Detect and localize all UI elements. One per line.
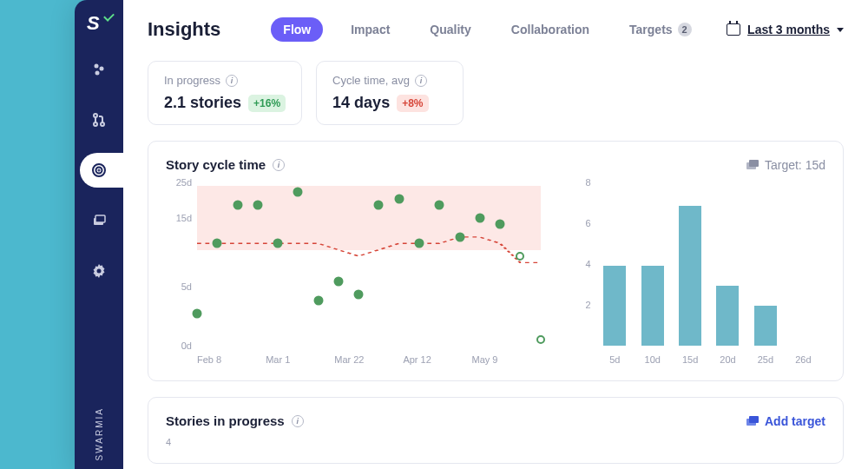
bar-plot-area	[596, 186, 822, 346]
svg-rect-10	[95, 215, 105, 222]
nav-people-icon[interactable]	[82, 52, 116, 87]
nav-settings-icon[interactable]	[82, 254, 116, 288]
info-icon[interactable]: i	[292, 415, 304, 427]
tab-impact[interactable]: Impact	[339, 17, 402, 42]
kpi-in-progress[interactable]: In progress i 2.1 stories +16%	[148, 61, 302, 125]
svg-point-4	[94, 122, 97, 126]
page-header: Insights Flow Impact Quality Collaborati…	[148, 17, 844, 42]
info-icon[interactable]: i	[226, 75, 238, 87]
chart-cycle-time-scatter[interactable]: 25d15d5d0d Feb 8Mar 1Mar 22Apr 12May 9	[166, 182, 544, 365]
info-icon[interactable]: i	[415, 75, 427, 87]
kpi-label: Cycle time, avg i	[332, 74, 447, 87]
kpi-label: In progress i	[164, 74, 286, 87]
kpi-value: 2.1 stories	[164, 94, 241, 112]
y-axis-bar: 8642	[565, 182, 591, 346]
target-indicator[interactable]: Target: 15d	[746, 158, 825, 172]
chevron-down-icon	[837, 28, 844, 32]
panel-title: Stories in progress i	[166, 413, 304, 428]
svg-point-5	[101, 122, 104, 126]
target-stack-icon	[746, 159, 760, 171]
targets-count-badge: 2	[678, 23, 692, 36]
svg-rect-16	[749, 416, 759, 423]
scatter-plot-area	[197, 186, 541, 346]
nav-pull-requests-icon[interactable]	[82, 102, 116, 137]
svg-point-0	[95, 64, 99, 69]
logo-icon: S	[87, 12, 111, 36]
kpi-delta: +16%	[248, 95, 286, 112]
calendar-icon	[727, 23, 740, 36]
svg-point-8	[99, 170, 100, 171]
tab-quality[interactable]: Quality	[418, 17, 483, 42]
svg-point-3	[94, 114, 97, 117]
svg-point-2	[95, 71, 100, 76]
svg-rect-14	[749, 160, 759, 167]
panel-story-cycle-time: Story cycle time i Target: 15d 25d15d5d0…	[148, 141, 844, 381]
svg-point-1	[100, 67, 104, 71]
target-stack-icon	[746, 415, 760, 427]
info-icon[interactable]: i	[273, 159, 285, 171]
tab-flow[interactable]: Flow	[271, 17, 323, 42]
sidebar: S SWARMIA	[75, 0, 123, 469]
kpi-cycle-time[interactable]: Cycle time, avg i 14 days +8%	[316, 61, 464, 125]
x-axis-scatter: Feb 8Mar 1Mar 22Apr 12May 9	[197, 354, 541, 365]
nav-insights-icon[interactable]	[80, 153, 128, 188]
add-target-button[interactable]: Add target	[746, 414, 825, 428]
svg-point-12	[97, 269, 102, 274]
page-title: Insights	[148, 18, 220, 41]
kpi-delta: +8%	[397, 95, 428, 112]
y-axis-scatter: 25d15d5d0d	[166, 182, 192, 346]
tab-targets[interactable]: Targets 2	[617, 17, 704, 42]
panel-title: Story cycle time i	[166, 157, 285, 172]
kpi-cards: In progress i 2.1 stories +16% Cycle tim…	[148, 61, 844, 125]
x-axis-bar: 5d10d15d20d25d26d	[596, 354, 822, 365]
chart-cycle-time-histogram[interactable]: 8642 5d10d15d20d25d26d	[565, 182, 825, 365]
tab-collaboration[interactable]: Collaboration	[499, 17, 602, 42]
y-tick-preview: 4	[166, 437, 825, 447]
kpi-value: 14 days	[332, 94, 390, 112]
tab-bar: Flow Impact Quality Collaboration Target…	[271, 17, 703, 42]
app-window: S SWARMIA Insights Flow Impact Quality C…	[75, 0, 868, 469]
date-range-picker[interactable]: Last 3 months	[727, 23, 844, 36]
brand-vertical-label: SWARMIA	[95, 407, 104, 460]
date-range-label: Last 3 months	[747, 23, 830, 36]
nav-boards-icon[interactable]	[82, 203, 116, 238]
panel-stories-in-progress: Stories in progress i Add target 4	[148, 397, 844, 464]
main-content: Insights Flow Impact Quality Collaborati…	[123, 0, 868, 469]
